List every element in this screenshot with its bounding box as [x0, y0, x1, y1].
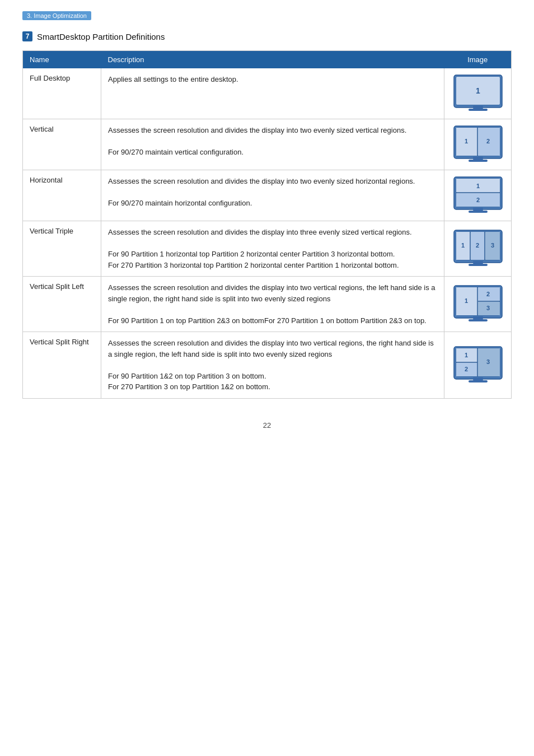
section-number: 7 [22, 31, 32, 41]
row-image: 1 [444, 68, 512, 119]
row-name: Vertical Split Right [23, 332, 101, 399]
page-number: 22 [22, 421, 512, 430]
svg-rect-14 [469, 160, 488, 162]
svg-rect-23 [469, 211, 488, 213]
svg-text:2: 2 [475, 242, 479, 249]
svg-rect-59 [469, 380, 488, 382]
svg-rect-5 [469, 109, 488, 111]
svg-text:2: 2 [464, 366, 467, 372]
row-image: 1 2 [444, 170, 512, 221]
row-name: Vertical Split Left [23, 277, 101, 332]
svg-text:3: 3 [486, 358, 489, 365]
row-name: Horizontal [23, 170, 101, 221]
section-header: 7 SmartDesktop Partition Definitions [22, 31, 512, 41]
svg-rect-13 [473, 157, 483, 160]
svg-rect-46 [473, 316, 483, 319]
svg-text:2: 2 [486, 291, 489, 297]
header-description: Description [101, 51, 444, 69]
table-header-row: Name Description Image [23, 51, 512, 69]
table-row: Vertical Split RightAssesses the screen … [23, 332, 512, 399]
table-row: VerticalAssesses the screen resolution a… [23, 119, 512, 170]
svg-rect-4 [473, 106, 483, 109]
svg-text:3: 3 [486, 305, 489, 311]
row-name: Vertical [23, 119, 101, 170]
svg-text:1: 1 [464, 297, 467, 304]
table-row: Vertical Split LeftAssesses the screen r… [23, 277, 512, 332]
table-row: HorizontalAssesses the screen resolution… [23, 170, 512, 221]
row-image: 1 2 3 [444, 277, 512, 332]
svg-text:2: 2 [476, 197, 479, 203]
header-name: Name [23, 51, 101, 69]
svg-rect-35 [469, 264, 488, 266]
definitions-table: Name Description Image Full DesktopAppli… [22, 50, 512, 399]
row-description: Assesses the screen resolution and divid… [101, 221, 444, 277]
row-image: 1 2 3 [444, 332, 512, 399]
svg-text:1: 1 [464, 138, 467, 144]
header-image: Image [444, 51, 512, 69]
svg-text:1: 1 [476, 183, 479, 189]
svg-text:3: 3 [490, 242, 494, 249]
row-name: Full Desktop [23, 68, 101, 119]
row-description: Assesses the screen resolution and divid… [101, 332, 444, 399]
svg-text:1: 1 [461, 242, 464, 249]
svg-text:2: 2 [486, 138, 489, 144]
svg-rect-34 [473, 261, 483, 264]
row-description: Applies all settings to the entire deskt… [101, 68, 444, 119]
row-description: Assesses the screen resolution and divid… [101, 170, 444, 221]
svg-rect-22 [473, 208, 483, 211]
row-image: 1 2 [444, 119, 512, 170]
row-image: 1 2 3 [444, 221, 512, 277]
svg-rect-47 [469, 319, 488, 321]
breadcrumb: 3. Image Optimization [22, 11, 91, 20]
row-name: Vertical Triple [23, 221, 101, 277]
table-row: Vertical TripleAssesses the screen resol… [23, 221, 512, 277]
section-title: SmartDesktop Partition Definitions [37, 32, 165, 41]
table-row: Full DesktopApplies all settings to the … [23, 68, 512, 119]
row-description: Assesses the screen resolution and divid… [101, 277, 444, 332]
svg-text:1: 1 [476, 86, 480, 95]
svg-rect-58 [473, 377, 483, 380]
svg-text:1: 1 [464, 352, 467, 358]
row-description: Assesses the screen resolution and divid… [101, 119, 444, 170]
